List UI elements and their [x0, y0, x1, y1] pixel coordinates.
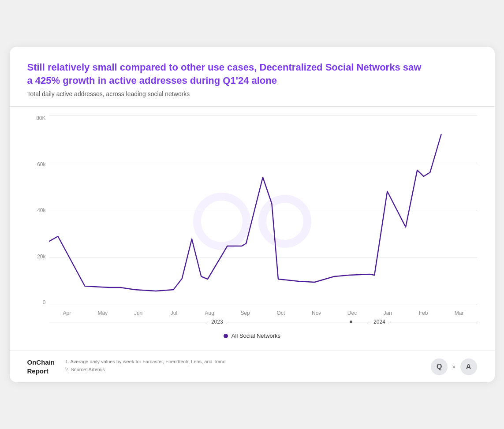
y-label-60k: 60k [27, 162, 49, 167]
x-axis: Apr May Jun Jul Aug Sep Oct Nov Dec Jan … [49, 310, 477, 316]
year-line-2024-right [389, 322, 477, 322]
footer-brand: OnChain Report [27, 358, 55, 375]
chart-title: Still relatively small compared to other… [27, 61, 424, 87]
x-label-feb: Feb [406, 310, 441, 316]
footer-left: OnChain Report 1. Average daily values b… [27, 358, 226, 375]
x-label-dec: Dec [334, 310, 370, 316]
x-label-sep: Sep [228, 310, 263, 316]
chart-line [49, 134, 441, 291]
chart-subtitle: Total daily active addresses, across lea… [27, 90, 477, 97]
year-line-2023-right [227, 322, 350, 322]
logo-x-separator: × [452, 363, 455, 370]
report-card: Still relatively small compared to other… [10, 47, 495, 382]
legend-label: All Social Networks [231, 332, 280, 339]
year-line-2023-left [49, 322, 208, 322]
year-line-2024-left [352, 322, 370, 322]
x-label-mar: Mar [441, 310, 477, 316]
chart-legend: All Social Networks [27, 327, 477, 346]
year-label-2023: 2023 [208, 319, 227, 325]
chart-area: 0 20k 40k 60k 80K [10, 107, 495, 351]
logo-q: Q [431, 358, 448, 375]
y-label-20k: 20k [27, 254, 49, 259]
x-label-jun: Jun [120, 310, 156, 316]
logo-a: A [460, 358, 477, 375]
footer-note-1: 1. Average daily values by week for Farc… [65, 358, 225, 366]
chart-inner [49, 116, 477, 305]
x-label-oct: Oct [263, 310, 299, 316]
footer-note-2: 2. Source: Artemis [65, 366, 225, 374]
line-chart-svg [49, 116, 477, 305]
card-header: Still relatively small compared to other… [10, 47, 495, 106]
year-row: 2023 2024 [49, 319, 477, 325]
footer-logos: Q × A [431, 358, 477, 375]
x-label-apr: Apr [49, 310, 85, 316]
y-label-0: 0 [27, 300, 49, 305]
x-label-jul: Jul [156, 310, 192, 316]
x-label-may: May [85, 310, 120, 316]
card-footer: OnChain Report 1. Average daily values b… [10, 351, 495, 382]
footer-notes: 1. Average daily values by week for Farc… [65, 358, 225, 373]
x-label-nov: Nov [299, 310, 334, 316]
year-label-2024: 2024 [370, 319, 389, 325]
y-label-80k: 80K [27, 116, 49, 121]
y-axis: 0 20k 40k 60k 80K [27, 116, 49, 305]
chart-container: 0 20k 40k 60k 80K [27, 116, 477, 327]
legend-dot [224, 334, 228, 338]
y-label-40k: 40k [27, 208, 49, 213]
x-label-aug: Aug [192, 310, 228, 316]
x-label-jan: Jan [370, 310, 406, 316]
